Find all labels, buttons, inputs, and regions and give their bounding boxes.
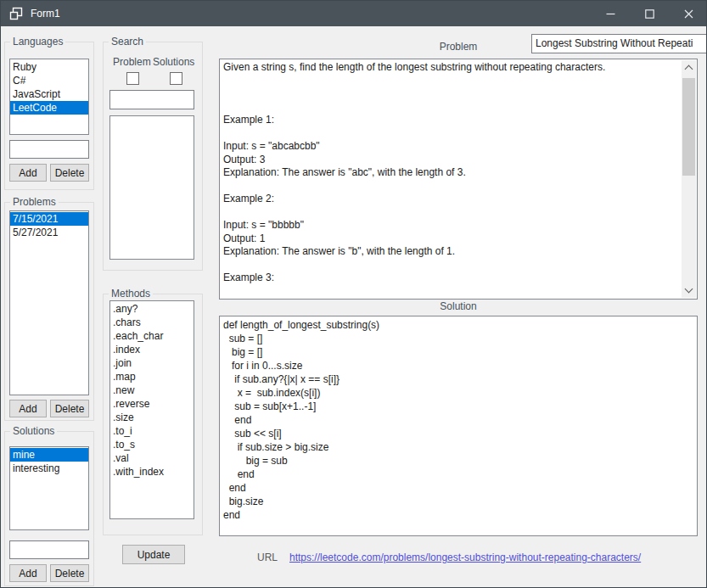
languages-listbox[interactable]: Ruby C# JavaScript LeetCode	[9, 59, 89, 135]
problem-textarea[interactable]: Given a string s, find the length of the…	[219, 59, 698, 300]
search-problem-checkbox[interactable]	[126, 72, 139, 85]
titlebar: Form1	[1, 1, 707, 26]
search-group-label: Search	[109, 36, 146, 48]
problems-group-label: Problems	[10, 196, 59, 208]
list-item[interactable]: .chars	[110, 316, 194, 329]
minimize-icon	[606, 9, 615, 19]
search-input[interactable]	[109, 90, 194, 109]
list-item[interactable]: C#	[10, 74, 88, 87]
maximize-button[interactable]	[630, 1, 669, 26]
search-solutions-checkbox-label: Solutions	[153, 56, 194, 68]
languages-delete-button[interactable]: Delete	[50, 164, 89, 182]
languages-input[interactable]	[9, 140, 89, 159]
problems-add-button[interactable]: Add	[9, 400, 47, 417]
problem-text: Given a string s, find the length of the…	[220, 59, 682, 299]
solution-textarea[interactable]: def length_of_longest_substring(s) sub =…	[219, 316, 698, 536]
methods-listbox[interactable]: .any? .chars .each_char .index .join .ma…	[109, 300, 194, 519]
maximize-icon	[645, 9, 654, 19]
url-link[interactable]: https://leetcode.com/problems/longest-su…	[289, 552, 641, 563]
scroll-down-icon[interactable]	[682, 283, 696, 298]
minimize-button[interactable]	[591, 1, 630, 26]
scrollbar-thumb[interactable]	[682, 78, 695, 176]
close-button[interactable]	[669, 1, 707, 26]
list-item[interactable]: .reverse	[110, 397, 194, 411]
list-item[interactable]: .to_i	[110, 424, 194, 438]
list-item-selected[interactable]: mine	[10, 448, 88, 462]
languages-group-label: Languages	[10, 36, 65, 48]
scroll-up-icon[interactable]	[682, 60, 696, 75]
solutions-listbox[interactable]: mine interesting	[9, 446, 89, 530]
search-solutions-checkbox[interactable]	[170, 72, 182, 85]
list-item[interactable]: .any?	[110, 302, 194, 316]
solutions-delete-button[interactable]: Delete	[50, 564, 89, 582]
languages-add-button[interactable]: Add	[9, 164, 47, 182]
list-item[interactable]: Ruby	[10, 60, 88, 74]
list-item[interactable]: JavaScript	[10, 87, 88, 101]
list-item[interactable]: .val	[110, 451, 194, 465]
solution-code: def length_of_longest_substring(s) sub =…	[220, 316, 697, 535]
solutions-input[interactable]	[9, 540, 89, 559]
url-label: URL	[257, 552, 278, 563]
list-item[interactable]: .size	[110, 411, 194, 424]
solution-label: Solution	[219, 300, 698, 312]
close-icon	[684, 9, 693, 19]
list-item[interactable]: .with_index	[110, 465, 194, 479]
problems-delete-button[interactable]: Delete	[50, 400, 89, 417]
methods-group-label: Methods	[109, 288, 153, 300]
search-problem-checkbox-label: Problem	[113, 56, 151, 68]
list-item[interactable]: 5/27/2021	[10, 226, 88, 239]
solutions-group-label: Solutions	[10, 425, 57, 437]
list-item[interactable]: .join	[110, 356, 194, 370]
list-item[interactable]: interesting	[10, 462, 88, 475]
update-button[interactable]: Update	[122, 545, 185, 564]
solutions-add-button[interactable]: Add	[9, 564, 47, 582]
list-item[interactable]: .index	[110, 343, 194, 356]
form-app-icon	[9, 7, 23, 20]
list-item[interactable]: .each_char	[110, 329, 194, 343]
list-item-selected[interactable]: 7/15/2021	[10, 212, 88, 226]
window-title: Form1	[31, 8, 60, 20]
list-item[interactable]: .new	[110, 384, 194, 397]
list-item[interactable]: .map	[110, 370, 194, 384]
list-item[interactable]: .to_s	[110, 438, 194, 451]
list-item-selected[interactable]: LeetCode	[10, 101, 88, 115]
problems-listbox[interactable]: 7/15/2021 5/27/2021	[9, 210, 89, 395]
form1-window: Form1 Languages Ruby C# JavaScript LeetC…	[0, 0, 707, 588]
problem-title-input[interactable]: Longest Substring Without Repeati	[531, 34, 707, 53]
search-results-listbox[interactable]	[109, 115, 194, 260]
problem-scrollbar[interactable]	[682, 60, 696, 298]
